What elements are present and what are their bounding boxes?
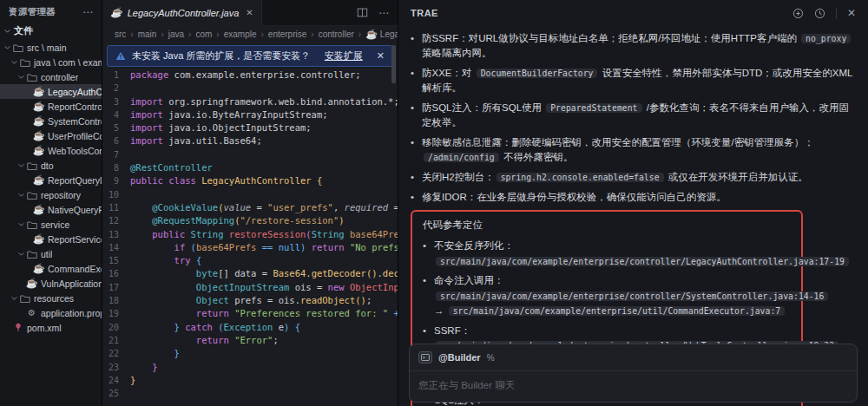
workspace-section-header[interactable]: 文件 [0,23,102,40]
tab-legacyauthcontroller[interactable]: ☕ LegacyAuthController.java ✕ [102,0,262,26]
workspace-section-label: 文件 [14,24,33,37]
code-line: 13 public String restoreSession(String b… [102,228,398,241]
tree-item-userprofileco[interactable]: ☕UserProfileCo... [0,128,102,143]
code-line: 23 } [102,361,398,374]
code-reference-chip[interactable]: PreparedStatement [546,103,641,113]
breadcrumb-item-src[interactable]: src [115,29,126,39]
folder-icon [19,58,30,67]
breadcrumb-label: example [224,29,257,39]
code-text: } [130,374,135,387]
tree-item-label: util [41,249,52,259]
breadcrumb: src›main›java›com›example›enterprise›con… [102,26,398,43]
code-editor[interactable]: 1package com.example.enterprise.controll… [102,69,398,400]
tree-item-nativequeryr[interactable]: ☕NativeQueryR... [0,202,102,217]
code-reference-chip[interactable]: /admin/config [424,153,499,162]
code-text: import java.io.ObjectInputStream; [130,121,312,134]
tree-item-controller[interactable]: controller [0,69,102,84]
java-file-icon: ☕ [365,29,378,39]
line-number: 12 [102,214,130,227]
line-number: 21 [102,334,130,347]
chevron-down-icon [3,27,11,35]
code-text: Object prefs = ois.readObject(); [130,294,372,307]
tree-item-reportcontroll[interactable]: ☕ReportControll... [0,99,102,114]
breadcrumb-label: enterprise [268,29,306,39]
breadcrumb-item-main[interactable]: main [138,29,157,39]
code-line: 6import java.util.Base64; [102,134,398,147]
code-reference-chip[interactable]: src/main/java/com/example/enterprise/con… [436,291,828,301]
tree-item-webtoolscont[interactable]: ☕WebToolsCont... [0,143,102,158]
tree-item-label: controller [41,72,78,82]
tree-item-reportqueryd[interactable]: ☕ReportQueryD... [0,173,102,187]
breadcrumb-item-controller[interactable]: controller [319,29,354,39]
breadcrumb-separator: › [358,29,361,39]
history-icon[interactable] [814,8,825,19]
tree-item-resources[interactable]: resources [0,291,102,305]
text-segment: 策略隔离内网。 [422,48,492,58]
tree-item-vulnapplication-j[interactable]: ☕VulnApplication.j... [0,276,102,291]
tree-item-commandexe[interactable]: ☕CommandExe... [0,261,102,276]
more-icon[interactable]: ⋯ [378,7,389,19]
line-number: 13 [102,228,130,241]
bullet: • [411,135,422,165]
tree-item-label: repository [41,190,81,200]
tree-item-java-com-exampl[interactable]: java \ com \ exampl... [0,55,102,69]
breadcrumb-item-java[interactable]: java [168,29,184,39]
more-icon[interactable]: ⋯ [82,6,93,18]
close-icon[interactable]: ✕ [246,8,253,17]
code-reference-chip[interactable]: src/main/java/com/example/enterprise/con… [436,257,849,266]
java-file-icon: ☕ [33,116,44,126]
tree-item-util[interactable]: util [0,246,102,261]
code-reference-chip[interactable]: src/main/java/com/example/enterprise/uti… [449,306,786,316]
chat-input-box[interactable]: @Builder % 您正在与 Builder 聊天 [409,344,858,403]
breadcrumb-item-com[interactable]: com [195,29,212,39]
breadcrumb-label: src [115,29,126,39]
code-line: 20 } catch (Exception e) { [102,321,398,334]
editor-scrollbar[interactable] [391,45,396,83]
code-text: package com.example.enterprise.controlle… [130,69,361,82]
breadcrumb-item-legacyauthc[interactable]: ☕LegacyAuthC [365,29,398,39]
tree-item-reportservice[interactable]: ☕ReportService.... [0,232,102,246]
code-reference-chip[interactable]: spring.h2.console.enabled=false [496,173,664,182]
code-text: byte[] data = Base64.getDecoder().decode… [130,267,398,280]
tree-item-dto[interactable]: dto [0,158,102,173]
text-segment: SSRF： [434,325,470,336]
line-number: 11 [102,201,130,214]
tree-item-repository[interactable]: repository [0,187,102,202]
line-number: 3 [102,95,130,108]
tree-item-service[interactable]: service [0,217,102,232]
line-number: 25 [102,387,130,400]
breadcrumb-separator: › [161,29,163,39]
close-icon[interactable]: ✕ [377,50,385,62]
tree-item-label: CommandExe... [48,264,102,274]
list-item-text: 不安全反序列化：src/main/java/com/example/enterp… [434,239,851,269]
line-number: 23 [102,361,130,374]
breadcrumb-label: controller [319,29,354,39]
breadcrumb-item-enterprise[interactable]: enterprise [268,29,306,39]
chat-input-placeholder[interactable]: 您正在与 Builder 聊天 [418,379,848,392]
tree-item-label: ReportService.... [48,234,102,245]
line-number: 7 [102,148,130,161]
explorer-title: 资源管理器 [9,6,56,18]
code-line: 1package com.example.enterprise.controll… [102,69,398,82]
agent-selector[interactable]: @Builder [438,352,481,363]
tree-item-pom-xml[interactable]: pom.xml [0,320,102,335]
java-file-icon: ☕ [33,87,44,96]
code-text: import java.io.ByteArrayInputStream; [130,108,328,121]
install-extension-link[interactable]: 安装扩展 [325,49,363,62]
chevron-down-icon [3,43,12,51]
tree-item-src-main[interactable]: src \ main [0,40,102,55]
new-chat-icon[interactable] [792,8,804,19]
code-line: 2 [102,82,398,95]
code-line: 22 } [102,347,398,360]
code-reference-chip[interactable]: no_proxy [801,34,851,43]
tree-item-application-prop[interactable]: ⚙application.prop... [0,305,102,320]
tree-item-legacyauthco[interactable]: ☕LegacyAuthCo... [0,84,102,99]
java-file-icon: ☕ [110,8,122,17]
tree-item-label: NativeQueryR... [48,205,102,215]
code-reference-chip[interactable]: DocumentBuilderFactory [477,69,598,78]
split-editor-icon[interactable] [357,7,368,18]
close-icon[interactable]: ✕ [847,7,856,19]
tree-item-systemcontrol[interactable]: ☕SystemControl... [0,114,102,128]
code-text: @RequestMapping("/restore-session") [130,214,345,227]
breadcrumb-item-example[interactable]: example [224,29,257,39]
